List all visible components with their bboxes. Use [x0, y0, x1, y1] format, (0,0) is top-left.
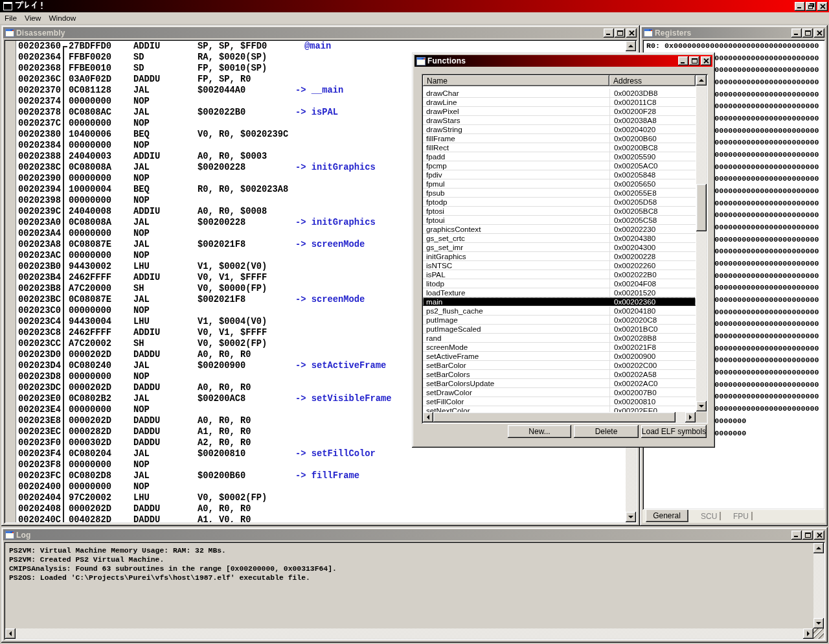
disassembly-row[interactable]: 002023F8 00000000 NOP: [17, 459, 626, 470]
log-close-button[interactable]: [814, 531, 824, 540]
function-row[interactable]: main 0x00202360: [423, 297, 696, 306]
main-titlebar[interactable]: [0, 0, 829, 12]
log-minimize-button[interactable]: [791, 531, 802, 540]
menu-view[interactable]: View: [21, 12, 45, 24]
disassembly-titlebar[interactable]: Disassembly: [3, 27, 638, 38]
function-row[interactable]: putImageScaled 0x00201BC0: [423, 325, 696, 334]
disassembly-minimize-button[interactable]: [604, 29, 614, 38]
column-header-address[interactable]: Address: [609, 75, 696, 86]
function-row[interactable]: setBarColor 0x00202C00: [423, 361, 696, 370]
instruction-annotation: -> setFillColor: [295, 448, 376, 459]
log-hscrollbar[interactable]: [5, 628, 813, 639]
functions-vscrollbar-down-button[interactable]: [696, 401, 707, 411]
function-row[interactable]: fptodp 0x00205D58: [423, 198, 696, 207]
log-hscrollbar-left-button[interactable]: [5, 628, 16, 639]
function-row[interactable]: ps2_flush_cache 0x00204180: [423, 306, 696, 316]
instruction-operands: A0, R0, R0: [198, 503, 251, 514]
function-row[interactable]: setBarColors 0x00202A58: [423, 370, 696, 379]
function-row[interactable]: fillRect 0x00200BC8: [423, 143, 696, 152]
tab-fpu[interactable]: FPU: [733, 511, 751, 522]
functions-close-button[interactable]: [701, 56, 711, 65]
function-row[interactable]: drawString 0x00204020: [423, 125, 696, 134]
disassembly-close-button[interactable]: [626, 29, 637, 38]
function-row[interactable]: drawChar 0x00203DB8: [423, 89, 696, 98]
disassembly-row[interactable]: 00202400 00000000 NOP: [17, 481, 626, 492]
log-titlebar[interactable]: Log: [3, 529, 826, 540]
function-address: 0x002011C8: [614, 98, 656, 106]
function-row[interactable]: drawLine 0x002011C8: [423, 98, 696, 107]
resize-grip[interactable]: [813, 628, 824, 639]
function-row[interactable]: fptoui 0x00205C58: [423, 216, 696, 225]
menu-window[interactable]: Window: [45, 12, 80, 24]
log-vscrollbar-up-button[interactable]: [813, 543, 824, 553]
log-vscrollbar-down-button[interactable]: [813, 618, 824, 628]
function-row[interactable]: screenMode 0x002021F8: [423, 343, 696, 352]
new-function-button[interactable]: New...: [508, 425, 571, 438]
function-row[interactable]: fpcmp 0x00205AC0: [423, 161, 696, 170]
registers-maximize-button[interactable]: [802, 29, 813, 38]
log-vscrollbar[interactable]: [813, 543, 824, 628]
column-header-name[interactable]: Name: [423, 75, 609, 86]
function-row[interactable]: fillFrame 0x00200B60: [423, 134, 696, 143]
function-row[interactable]: isPAL 0x002022B0: [423, 270, 696, 279]
instruction-mnemonic: DADDU: [133, 415, 160, 426]
main-close-button[interactable]: [817, 2, 828, 11]
functions-maximize-button[interactable]: [689, 56, 699, 65]
function-row[interactable]: graphicsContext 0x00202230: [423, 225, 696, 234]
function-row[interactable]: gs_set_imr 0x00204300: [423, 243, 696, 252]
function-row[interactable]: gs_set_crtc 0x00204380: [423, 234, 696, 243]
registers-close-button[interactable]: [814, 29, 824, 38]
disassembly-maximize-button[interactable]: [615, 29, 625, 38]
disassembly-vscrollbar-up-button[interactable]: [626, 41, 636, 51]
function-row[interactable]: drawStars 0x002038A8: [423, 116, 696, 125]
log-hscrollbar-right-button[interactable]: [803, 628, 813, 639]
tab-scu[interactable]: SCU: [701, 511, 719, 522]
registers-minimize-button[interactable]: [791, 29, 802, 38]
disassembly-row[interactable]: 00202360 27BDFFD0 ADDIU SP, SP, $FFD0 @m…: [17, 41, 626, 52]
disassembly-row[interactable]: 00202404 97C20002 LHU V0, $0002(FP): [17, 492, 626, 503]
function-row[interactable]: setNextColor 0x00202EE0: [423, 406, 696, 412]
function-row[interactable]: fptosi 0x00205BC8: [423, 207, 696, 216]
disassembly-row[interactable]: 002023FC 0C0802D8 JAL $00200B60 -> fillF…: [17, 470, 626, 481]
function-row[interactable]: rand 0x002028B8: [423, 334, 696, 343]
delete-function-button[interactable]: Delete: [574, 425, 639, 438]
disassembly-row[interactable]: 00202408 0000202D DADDU A0, R0, R0: [17, 503, 626, 514]
disassembly-vscrollbar-down-button[interactable]: [626, 512, 636, 522]
function-row[interactable]: initGraphics 0x00200228: [423, 252, 696, 261]
functions-vscrollbar-up-button[interactable]: [696, 75, 707, 86]
functions-minimize-button[interactable]: [678, 56, 688, 65]
main-minimize-button[interactable]: [795, 2, 805, 11]
function-row[interactable]: fpsub 0x002055E8: [423, 189, 696, 198]
log-maximize-button[interactable]: [802, 531, 813, 540]
function-row[interactable]: isNTSC 0x00202260: [423, 261, 696, 270]
functions-hscrollbar-left-button[interactable]: [423, 412, 433, 422]
functions-hscrollbar[interactable]: [423, 412, 696, 422]
function-row[interactable]: setBarColorsUpdate 0x00202AC0: [423, 379, 696, 388]
function-row[interactable]: putImage 0x002020C8: [423, 316, 696, 325]
function-row[interactable]: setActiveFrame 0x00200900: [423, 352, 696, 361]
instruction-opcode: 0C0808AC: [69, 107, 111, 118]
instruction-address: 00202390: [18, 173, 61, 184]
disassembly-breakpoint-gutter[interactable]: [5, 41, 16, 522]
function-row[interactable]: litodp 0x00204F08: [423, 279, 696, 288]
function-row[interactable]: loadTexture 0x00201520: [423, 288, 696, 297]
function-row[interactable]: drawPixel 0x00200F28: [423, 107, 696, 116]
log-view: PS2VM: Virtual Machine Memory Usage: RAM…: [4, 542, 825, 640]
function-row[interactable]: fpadd 0x00205590: [423, 152, 696, 161]
function-row[interactable]: setFillColor 0x00200810: [423, 397, 696, 406]
registers-titlebar[interactable]: Registers: [642, 27, 826, 38]
disassembly-row[interactable]: 002023F4 0C080204 JAL $00200810 -> setFi…: [17, 448, 626, 459]
function-row[interactable]: fpmul 0x00205650: [423, 179, 696, 189]
functions-hscrollbar-thumb[interactable]: [433, 412, 676, 422]
functions-titlebar[interactable]: Functions: [414, 55, 712, 67]
load-elf-symbols-button[interactable]: Load ELF symbols: [641, 425, 707, 438]
function-row[interactable]: setDrawColor 0x002007B0: [423, 388, 696, 397]
main-restore-button[interactable]: [806, 2, 816, 11]
function-row[interactable]: fpdiv 0x00205848: [423, 170, 696, 179]
functions-hscrollbar-right-button[interactable]: [685, 412, 696, 422]
functions-vscrollbar-thumb[interactable]: [696, 184, 707, 231]
tab-general[interactable]: General: [646, 510, 688, 522]
menu-file[interactable]: File: [1, 12, 21, 24]
disassembly-row[interactable]: 0020240C 0040282D DADDU A1, V0, R0: [17, 514, 626, 522]
functions-vscrollbar[interactable]: [696, 75, 707, 411]
